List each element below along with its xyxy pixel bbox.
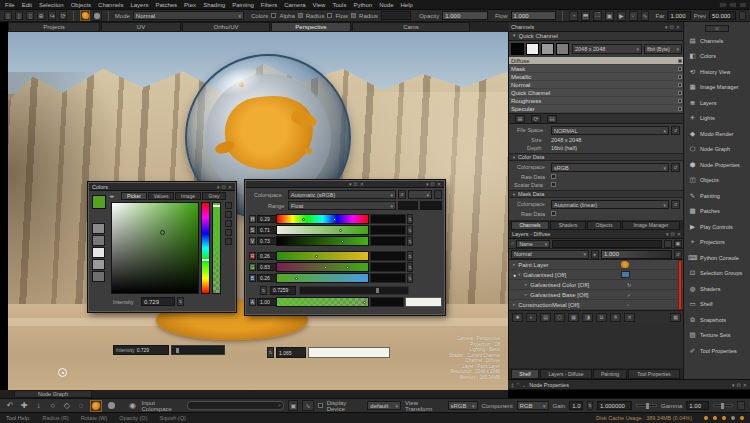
filter-clear-icon[interactable]: ◌ — [664, 240, 672, 248]
menu-painting[interactable]: Painting — [232, 2, 254, 8]
menu-channels[interactable]: Channels — [98, 2, 123, 8]
add-procedural-icon[interactable]: ▤ — [540, 313, 551, 322]
clock-icon[interactable]: ◔ — [569, 11, 578, 21]
sidebar-item-snapshots[interactable]: ⧉Snapshots — [684, 315, 750, 324]
channel-row-specular[interactable]: Specular — [509, 105, 684, 113]
picker-option-5[interactable] — [225, 238, 232, 245]
tab-scroll-left-icon[interactable]: ◂▸ — [109, 193, 115, 200]
stack-icon[interactable]: ▣ — [605, 11, 614, 21]
gain-slider-track[interactable] — [636, 404, 657, 407]
np-float-icon[interactable]: ⊡ — [737, 382, 741, 388]
colorspace-reset-icon-2[interactable]: ↺ — [671, 163, 680, 172]
menu-filters[interactable]: Filters — [261, 2, 277, 8]
panel-dock-icon-2[interactable]: ▾ — [426, 181, 429, 187]
filter-input[interactable] — [552, 240, 662, 248]
remove-channel-icon[interactable]: ⊟ — [547, 115, 557, 123]
sliders-panel-header[interactable]: ▾⊡✕ ▾⊡✕ — [246, 181, 444, 188]
channels-dock-header[interactable]: Channels ▾⊡✕ — [508, 22, 683, 32]
transform-tool-icon[interactable]: ✚ — [19, 400, 29, 411]
tab-projects[interactable]: Projects — [8, 22, 100, 32]
file-space-reset-icon[interactable]: ↺ — [671, 126, 680, 135]
np-pin-icon[interactable]: ‡ — [511, 382, 514, 388]
far-field[interactable]: 1.000 — [667, 11, 690, 20]
picker-option-1[interactable] — [225, 202, 232, 209]
floating-value-field[interactable]: 1.065 — [276, 347, 306, 358]
gain-field[interactable]: 1.0 — [569, 401, 583, 410]
sidebar-item-objects[interactable]: ◫Objects — [684, 176, 750, 185]
blue-stepper[interactable]: ⇅ — [407, 273, 413, 283]
panel-dock-icon[interactable]: ▾ — [349, 181, 352, 187]
floating-value-stepper[interactable]: ⇅ — [267, 347, 274, 358]
depth-dropdown[interactable]: 8bit (Byte) — [644, 44, 682, 54]
picker-option-4[interactable] — [225, 229, 232, 236]
dock-tab-objects[interactable]: Objects — [587, 221, 621, 230]
play-icon[interactable]: ▶ — [617, 11, 626, 21]
duplicate-layer-icon[interactable]: ⧉ — [596, 313, 607, 322]
export-icon[interactable]: ↪ — [48, 11, 56, 20]
import-icon[interactable]: ⊕ — [37, 11, 45, 20]
panel-float-icon-2[interactable]: ⊡ — [431, 181, 435, 187]
dock-dock-icon[interactable]: ▾ — [665, 24, 668, 30]
refresh-channel-icon[interactable]: ⟳ — [531, 115, 541, 123]
sidebar-item-shelf[interactable]: ▭Shelf — [684, 300, 750, 309]
channel-row-diffuse[interactable]: Diffuse — [509, 57, 684, 65]
sidebar-item-lights[interactable]: ☀Lights — [684, 114, 750, 123]
radius2-checkbox[interactable] — [351, 13, 356, 18]
layer-row-paint-layer[interactable]: ▸ Paint Layer — [509, 260, 684, 270]
tab-shelf[interactable]: Shelf — [511, 369, 539, 379]
green-gradient-slider[interactable] — [276, 262, 369, 272]
expand-icon[interactable]: ⛶ — [593, 11, 602, 21]
colors-palette-header[interactable]: Colors ▾⊡✕ — [89, 183, 235, 191]
screen-icon[interactable]: ⬒ — [581, 11, 590, 21]
sidebar-item-colors[interactable]: ◧Colors — [684, 52, 750, 61]
grey-swatch-1[interactable] — [92, 223, 105, 234]
picker-option-3[interactable] — [225, 220, 232, 227]
menu-help[interactable]: Help — [400, 2, 412, 8]
grey-swatch-4[interactable] — [92, 259, 105, 270]
channel-visibility-checkbox[interactable] — [678, 99, 682, 103]
ellipse-select-icon[interactable]: ○ — [48, 400, 58, 411]
hue-slider[interactable] — [201, 202, 210, 294]
display-device-dropdown[interactable]: default — [367, 401, 401, 410]
paint-tool-icon[interactable] — [80, 10, 90, 21]
radius-field[interactable] — [381, 11, 411, 20]
lut-checkbox[interactable] — [318, 403, 323, 408]
curve-icon[interactable]: ∿ — [302, 400, 313, 411]
sidebar-item-texture-sets[interactable]: ▨Texture Sets — [684, 331, 750, 340]
red-gradient-slider[interactable] — [276, 251, 369, 261]
saturation-value-picker[interactable] — [111, 202, 199, 294]
quick-channel-black-swatch[interactable] — [511, 43, 524, 55]
add-graph-layer-icon[interactable]: ⬡ — [554, 313, 565, 322]
image-tab[interactable]: Image — [175, 192, 201, 200]
menu-ptex[interactable]: Ptex — [184, 2, 196, 8]
sidebar-item-history-view[interactable]: ⟲History View — [684, 67, 750, 76]
sidebar-item-modo-render[interactable]: ◆Modo Render — [684, 129, 750, 138]
wave-icon[interactable]: ∿ — [641, 11, 650, 21]
alpha-slider[interactable] — [212, 202, 221, 294]
menu-camera[interactable]: Camera — [284, 2, 305, 8]
dock-tab-image-manager[interactable]: Image Manager — [622, 221, 680, 230]
palette-close-icon[interactable]: ✕ — [228, 184, 232, 190]
menu-python[interactable]: Python — [353, 2, 372, 8]
menu-shading[interactable]: Shading — [203, 2, 225, 8]
bottom-end-icon[interactable] — [737, 401, 745, 410]
np-close-icon[interactable]: ✕ — [743, 382, 747, 388]
filter-lock-icon[interactable]: ▣ — [674, 240, 682, 248]
range-min-field[interactable] — [398, 201, 418, 210]
raw-data-checkbox[interactable] — [551, 174, 556, 179]
sidebar-item-image-manager[interactable]: ▦Image Manager — [684, 83, 750, 92]
red-value-field[interactable]: 0.26 — [257, 252, 277, 260]
add-group-icon[interactable]: ▦ — [568, 313, 579, 322]
add-layer-icon[interactable]: ✚ — [512, 313, 523, 322]
hue-stepper[interactable]: ⇅ — [407, 214, 413, 224]
sidebar-item-channels[interactable]: ▤Channels — [684, 36, 750, 45]
sidebar-item-tool-properties[interactable]: ✐Tool Properties — [684, 346, 750, 355]
input-colorspace-search[interactable]: ⌕ — [187, 401, 284, 410]
hue-gradient-slider[interactable] — [276, 214, 369, 224]
sidebar-item-layers[interactable]: ≣Layers — [684, 98, 750, 107]
prev-field[interactable]: 50.000 — [709, 11, 736, 20]
sidebar-item-patches[interactable]: ▩Patches — [684, 207, 750, 216]
grey-swatch-5[interactable] — [92, 271, 105, 282]
tab-painting[interactable]: Painting — [593, 369, 627, 379]
colorspace-dropdown[interactable]: Automatic (sRGB) — [288, 190, 396, 199]
